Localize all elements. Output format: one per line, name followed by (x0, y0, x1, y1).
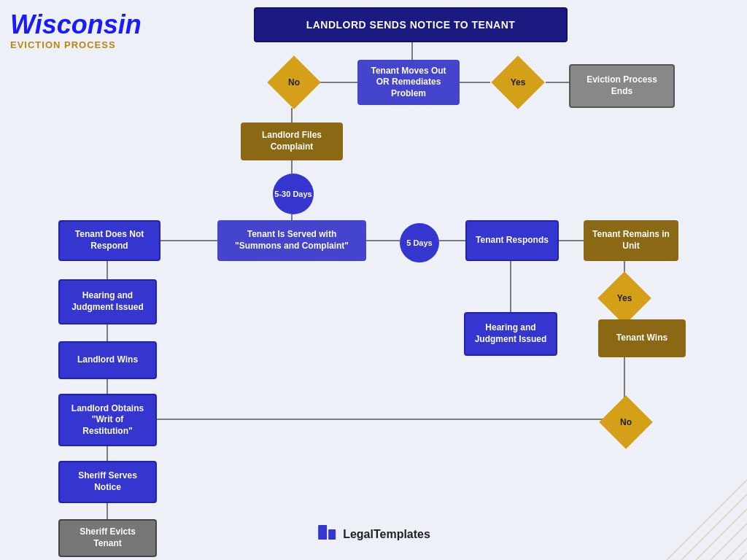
tenant-moves-out-box: Tenant Moves Out OR Remediates Problem (357, 60, 460, 105)
svg-rect-23 (318, 525, 327, 540)
tenant-no-respond-box: Tenant Does Not Respond (58, 220, 160, 261)
sheriff-evicts-box: Sheriff Evicts Tenant (58, 519, 157, 557)
footer: LegalTemplates (317, 522, 430, 547)
eviction-ends-box: Eviction Process Ends (569, 64, 675, 108)
yes-diamond-2-container: Yes (598, 276, 651, 321)
tenant-wins-box: Tenant Wins (598, 319, 686, 357)
hearing-2-box: Hearing and Judgment Issued (464, 312, 557, 356)
hearing-1-box: Hearing and Judgment Issued (58, 279, 157, 324)
yes-label-2: Yes (617, 293, 632, 303)
footer-brand: LegalTemplates (343, 528, 430, 541)
tenant-responds-box: Tenant Responds (465, 220, 559, 261)
svg-line-27 (696, 509, 747, 560)
no-diamond-1-container: No (268, 60, 320, 105)
sheriff-serves-box: Sheriff Serves Notice (58, 461, 157, 503)
footer-logo-icon (317, 522, 337, 547)
svg-line-26 (681, 494, 747, 560)
days-5-30-circle: 5-30 Days (273, 174, 314, 214)
landlord-obtains-box: Landlord Obtains "Writ of Restitution" (58, 394, 157, 446)
corner-decoration (659, 472, 747, 560)
no-diamond-2-container: No (600, 400, 652, 445)
branding: Wisconsin EVICTION PROCESS (10, 10, 142, 50)
tenant-remains-box: Tenant Remains in Unit (584, 220, 678, 261)
landlord-wins-box: Landlord Wins (58, 341, 157, 379)
tenant-served-box: Tenant Is Served with "Summons and Compl… (217, 220, 366, 261)
yes-diamond-1-container: Yes (490, 60, 546, 105)
svg-line-30 (740, 553, 747, 560)
days-5-circle: 5 Days (400, 223, 439, 262)
no-label-1: No (288, 77, 300, 88)
landlord-notice-box: LANDLORD SENDS NOTICE TO TENANT (254, 7, 568, 42)
page-subtitle: EVICTION PROCESS (10, 39, 142, 50)
svg-line-28 (711, 524, 747, 560)
svg-rect-24 (328, 529, 336, 540)
svg-line-25 (667, 480, 747, 560)
yes-label-1: Yes (511, 77, 526, 88)
no-label-2: No (620, 417, 632, 427)
page: Wisconsin EVICTION PROCESS LANDLORD SEND… (0, 0, 747, 560)
page-title: Wisconsin (10, 10, 142, 39)
landlord-files-box: Landlord Files Complaint (241, 122, 343, 160)
